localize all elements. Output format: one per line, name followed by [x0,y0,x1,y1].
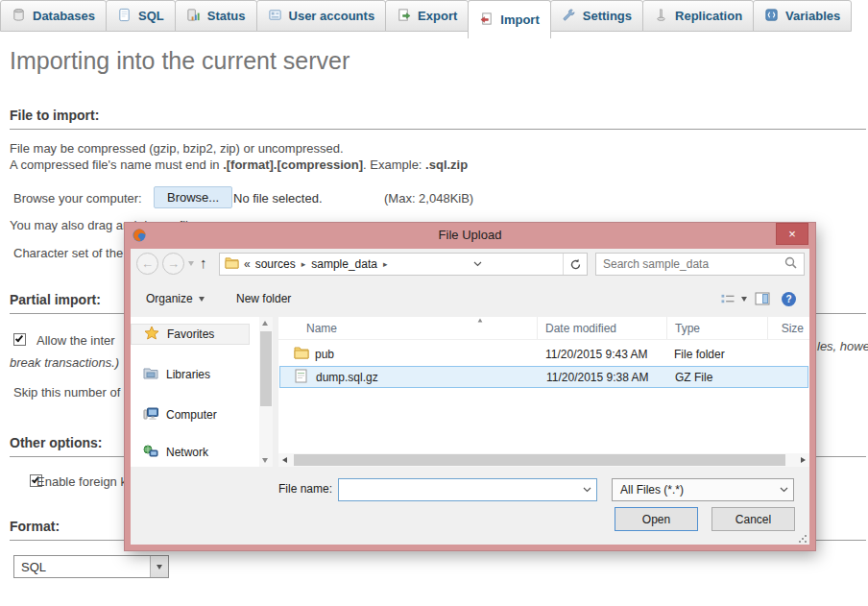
variables-icon [764,8,779,25]
breadcrumb-sample-data[interactable]: sample_data [311,257,377,271]
forward-button[interactable]: → [162,253,184,275]
new-folder-button[interactable]: New folder [236,292,291,305]
scroll-left-icon[interactable] [282,457,287,463]
sidebar-label: Network [166,446,208,459]
file-name-combo[interactable] [338,478,597,501]
filter-dropdown-button[interactable] [774,487,793,493]
horizontal-scrollbar[interactable] [278,453,809,467]
help-icon: ? [785,294,791,304]
file-list-header: Name Date modified Type Size [278,317,809,340]
breadcrumb-sources[interactable]: sources [255,257,296,271]
folder-icon [225,256,239,272]
cancel-button[interactable]: Cancel [711,507,795,531]
breadcrumb-collapse[interactable]: « [244,257,251,271]
file-upload-dialog: File Upload × ← → ↑ « sources ▸ sample_d… [125,223,815,550]
file-name-label: File name: [275,482,332,496]
tab-label: User accounts [289,9,375,23]
tab-variables[interactable]: Variables [753,0,852,32]
tab-replication[interactable]: Replication [642,0,754,32]
organize-label: Organize [146,292,193,305]
tab-user-accounts[interactable]: User accounts [256,0,387,32]
dialog-titlebar[interactable]: File Upload × [125,223,815,249]
open-button[interactable]: Open [615,507,698,531]
naming-note: A compressed file's name must end in .[f… [10,158,468,172]
tab-sql[interactable]: SQL [106,0,176,32]
sidebar-item-libraries[interactable]: Libraries [131,364,250,385]
tab-settings[interactable]: Settings [550,0,643,32]
browse-button[interactable]: Browse... [154,186,232,208]
sidebar-item-computer[interactable]: Computer [131,404,250,425]
allow-interrupt-label: Allow the inter [36,333,115,348]
file-name-dropdown-button[interactable] [577,487,596,493]
column-type[interactable]: Type [667,317,768,339]
column-size[interactable]: Size [768,317,809,339]
dialog-toolbar: Organize New folder ? [131,283,809,316]
tab-label: Replication [675,9,742,23]
status-icon [186,8,201,25]
user-accounts-icon [268,8,282,25]
chevron-down-icon [741,297,747,302]
file-type-filter[interactable]: All Files (*.*) [612,478,794,501]
tab-databases[interactable]: Databases [0,0,107,32]
allow-interrupt-label-wrap: break transactions.) [10,355,119,370]
sidebar-item-network[interactable]: Network [131,442,250,463]
tab-label: Settings [583,9,632,23]
charset-label: Character set of the [13,246,123,260]
file-type: File folder [674,348,725,361]
chevron-down-icon [199,297,205,302]
file-row-pub[interactable]: pub 11/20/2015 9:43 AM File folder [279,343,808,365]
back-button[interactable]: ← [136,253,158,275]
allow-interrupt-label-right: les, howe [817,339,868,353]
scroll-right-icon[interactable] [801,457,806,463]
file-status: No file selected. [233,191,323,206]
search-box[interactable] [595,253,805,276]
scroll-down-icon[interactable] [262,458,268,463]
scroll-up-icon[interactable] [262,321,268,326]
file-row-dump-sql-gz[interactable]: dump.sql.gz 11/20/2015 9:38 AM GZ File [279,366,808,388]
scrollbar-thumb[interactable] [260,331,272,406]
scrollbar-thumb[interactable] [294,454,785,466]
check-icon [15,334,23,343]
sidebar-scrollbar[interactable] [259,317,273,467]
star-icon [144,326,159,343]
file-name: dump.sql.gz [316,371,378,384]
max-size: (Max: 2,048KiB) [384,191,473,206]
tab-export[interactable]: Export [385,0,469,32]
allow-interrupt-checkbox[interactable] [13,333,26,346]
select-dropdown-button[interactable] [150,556,168,577]
close-button[interactable]: × [776,223,808,245]
tab-import[interactable]: Import [468,0,550,38]
refresh-button[interactable] [563,254,587,275]
tab-label: SQL [138,9,164,23]
file-name-input[interactable] [339,479,577,500]
preview-pane-button[interactable] [755,292,770,305]
view-mode-button[interactable] [720,293,747,305]
page-title: Importing into the current server [10,47,350,75]
resize-grip[interactable] [799,535,807,543]
column-date-modified[interactable]: Date modified [538,317,667,339]
computer-icon [143,407,158,424]
help-button[interactable]: ? [782,292,796,306]
preview-pane-icon [755,292,770,305]
file-name: pub [315,348,334,361]
chevron-down-icon [157,565,162,570]
history-dropdown-icon[interactable] [188,261,194,266]
address-dropdown-button[interactable] [469,261,488,267]
network-icon [143,445,158,461]
address-bar[interactable]: « sources ▸ sample_data ▸ [219,253,588,276]
column-name[interactable]: Name [278,317,538,339]
format-select[interactable]: SQL [13,555,169,578]
organize-menu[interactable]: Organize [146,292,205,305]
sidebar-item-favorites[interactable]: Favorites [131,324,250,345]
up-button[interactable]: ↑ [200,255,207,271]
list-view-icon [720,293,735,305]
search-input[interactable] [603,257,784,271]
tab-status[interactable]: Status [175,0,257,32]
database-icon [12,8,26,25]
tab-label: Variables [785,9,840,23]
sidebar-label: Libraries [166,368,210,381]
pma-tab-bar: Databases SQL Status User accounts Expor… [0,0,868,39]
replication-icon [654,8,668,25]
libraries-icon [143,367,158,383]
compression-note: File may be compressed (gzip, bzip2, zip… [10,141,344,156]
